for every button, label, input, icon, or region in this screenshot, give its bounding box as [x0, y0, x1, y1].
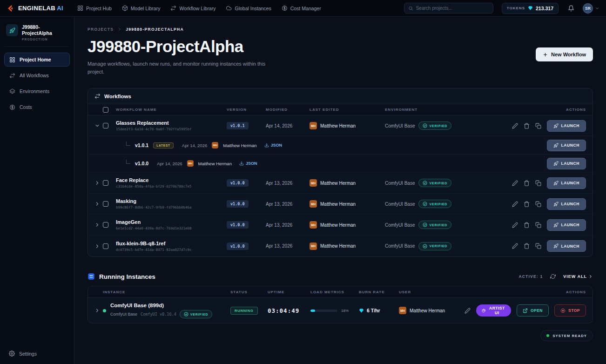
edit-icon[interactable] — [512, 222, 518, 228]
notifications-bell-icon[interactable] — [568, 5, 574, 12]
row-checkbox[interactable] — [103, 243, 108, 249]
verified-badge: VERIFIED — [418, 221, 451, 229]
delete-icon[interactable] — [524, 243, 530, 249]
delete-icon[interactable] — [524, 180, 530, 186]
breadcrumb-projects[interactable]: PROJECTS — [88, 27, 114, 32]
sidebar-item-settings[interactable]: Settings — [4, 351, 70, 357]
launch-button[interactable]: LAUNCH — [547, 198, 586, 210]
uptime-value: 03:04:49 — [268, 307, 310, 314]
new-workflow-button[interactable]: New Workflow — [536, 47, 593, 61]
tokens-balance[interactable]: TOKENS 213.317 — [502, 3, 559, 14]
editor-avatar: MH — [310, 200, 317, 208]
workflow-name-cell[interactable]: ImageGen 6e1e1cd2-44a0-439a-8d7c-769d1e3… — [116, 219, 227, 230]
editor-avatar: MH — [310, 122, 317, 129]
system-ready-badge: SYSTEM READY — [540, 330, 593, 341]
launch-button[interactable]: LAUNCH — [547, 177, 586, 189]
edit-icon[interactable] — [512, 123, 518, 129]
editor-avatar: MH — [310, 179, 317, 187]
stop-button[interactable]: STOP — [554, 304, 586, 317]
col-last-edited: LAST EDITED — [310, 108, 385, 112]
check-circle-icon — [423, 222, 427, 227]
workflow-name-cell[interactable]: flux-klein-9B-q8-1ref dc0739c5-bd7e-41da… — [116, 241, 227, 252]
environment-name: ComfyUI Base — [385, 202, 415, 207]
edit-icon[interactable] — [512, 201, 518, 207]
sidebar-item-environments[interactable]: Environments — [4, 84, 70, 98]
download-json-link[interactable]: JSON — [239, 161, 257, 166]
version-date: Apr 14, 2026 — [182, 143, 207, 148]
sidebar-item-costs[interactable]: Costs — [4, 100, 70, 114]
launch-button[interactable]: LAUNCH — [547, 120, 586, 132]
nav-item-model-library[interactable]: Model Library — [122, 5, 161, 11]
delete-icon[interactable] — [524, 201, 530, 207]
active-count: ACTIVE: 1 — [518, 274, 543, 279]
launch-button[interactable]: LAUNCH — [547, 158, 586, 169]
nav-item-cost-manager[interactable]: Cost Manager — [282, 5, 321, 11]
select-all-checkbox[interactable] — [103, 107, 108, 113]
gem-icon — [528, 6, 533, 11]
system-ready-label: SYSTEM READY — [552, 334, 587, 338]
sidebar-item-label: Environments — [20, 88, 49, 94]
edit-icon[interactable] — [465, 308, 471, 314]
edit-icon[interactable] — [512, 243, 518, 249]
open-button[interactable]: OPEN — [517, 304, 549, 317]
cloud-icon — [226, 5, 232, 11]
version-history-row: v1.0.1 LATEST Apr 14, 2026 MH Matthew He… — [88, 136, 593, 155]
duplicate-icon[interactable] — [535, 123, 541, 129]
view-all-link[interactable]: VIEW ALL — [563, 274, 593, 279]
refresh-icon[interactable] — [550, 274, 556, 279]
row-checkbox[interactable] — [103, 201, 108, 207]
download-json-link[interactable]: JSON — [264, 143, 283, 148]
sidebar-item-all-workflows[interactable]: All Workflows — [4, 68, 70, 82]
edit-icon[interactable] — [512, 180, 518, 186]
collapse-chevron-icon[interactable] — [94, 123, 103, 128]
workflow-name-cell[interactable]: Glasses Replacement 15dee2f3-6a10-4c70-9… — [116, 120, 227, 131]
sidebar-item-project-home[interactable]: Project Home — [4, 53, 70, 67]
brand-logo[interactable]: ENGINELABAI — [7, 4, 63, 13]
search-box[interactable] — [404, 3, 493, 13]
launch-button[interactable]: LAUNCH — [547, 140, 586, 151]
duplicate-icon[interactable] — [535, 201, 541, 207]
delete-icon[interactable] — [524, 123, 530, 129]
artist-ui-button[interactable]: ARTIST UI — [476, 304, 511, 317]
environment-name: ComfyUI Base — [385, 222, 415, 228]
delete-icon[interactable] — [524, 222, 530, 228]
workflow-name-cell[interactable]: Face Replace c3164cde-850a-4f6a-bf29-027… — [116, 177, 227, 189]
duplicate-icon[interactable] — [535, 243, 541, 249]
user-menu[interactable]: SR — [583, 3, 599, 13]
workflows-panel-title: Workflows — [104, 94, 131, 99]
version-date: Apr 14, 2026 — [157, 161, 182, 166]
workflow-id: c3164cde-850a-4f6a-bf29-02706780c7e5 — [116, 184, 227, 189]
nav-item-project-hub[interactable]: Project Hub — [77, 5, 112, 11]
version-label: v1.0.0 — [135, 161, 148, 166]
workflow-name-cell[interactable]: Masking b99c86f7-8db6-42c7-9fb9-fd796bb0… — [116, 198, 227, 209]
page-subtitle: Manage workflows, launch new runs, and m… — [88, 60, 274, 76]
rocket-icon — [553, 243, 559, 249]
expand-chevron-icon[interactable] — [94, 308, 103, 313]
version-badge: v1.0.0 — [227, 179, 249, 187]
editor-name: Matthew Herman — [320, 123, 356, 128]
col-modified: MODIFIED — [266, 108, 310, 112]
row-checkbox[interactable] — [103, 180, 108, 186]
nav-item-workflow-library[interactable]: Workflow Library — [170, 5, 215, 11]
avatar: SR — [583, 3, 593, 13]
nav-item-global-instances[interactable]: Global Instances — [226, 5, 271, 11]
expand-chevron-icon[interactable] — [94, 222, 103, 228]
row-checkbox[interactable] — [103, 123, 108, 128]
instance-name: ComfyUI Base (899d) — [110, 303, 212, 308]
search-input[interactable] — [416, 6, 489, 11]
editor-name: Matthew Herman — [320, 181, 356, 186]
modified-date: Apr 13, 2026 — [266, 181, 310, 186]
load-bar-fill — [310, 310, 315, 312]
breadcrumb: PROJECTS J99880-PROJECTALPHA — [88, 27, 593, 32]
expand-chevron-icon[interactable] — [94, 180, 103, 186]
tree-corner — [126, 160, 130, 164]
launch-button[interactable]: LAUNCH — [547, 219, 586, 231]
rocket-icon — [553, 161, 559, 166]
sidebar-project-card[interactable]: J99880-ProjectAlpha PRODUCTION — [4, 22, 70, 47]
expand-chevron-icon[interactable] — [94, 201, 103, 207]
row-checkbox[interactable] — [103, 222, 108, 228]
duplicate-icon[interactable] — [535, 222, 541, 228]
expand-chevron-icon[interactable] — [94, 243, 103, 249]
launch-button[interactable]: LAUNCH — [547, 240, 586, 252]
duplicate-icon[interactable] — [535, 180, 541, 186]
